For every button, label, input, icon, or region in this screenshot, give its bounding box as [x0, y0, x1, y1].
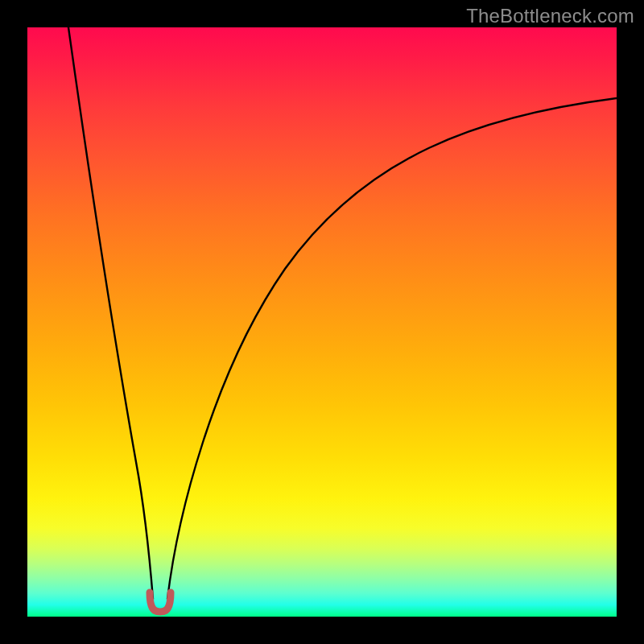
curve-right-branch: [167, 98, 617, 599]
chart-plot-area: [27, 27, 617, 617]
curve-left-branch: [68, 27, 153, 599]
chart-frame: TheBottleneck.com: [0, 0, 644, 644]
minimum-u-marker: [150, 592, 171, 612]
watermark-text: TheBottleneck.com: [466, 5, 634, 27]
bottleneck-curve: [27, 27, 617, 617]
